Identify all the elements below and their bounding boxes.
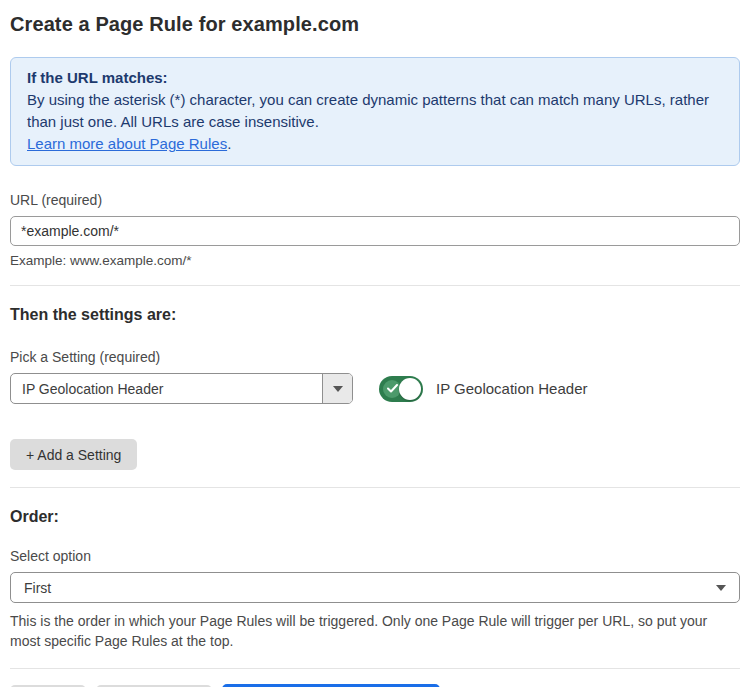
order-select[interactable]: First <box>10 572 740 603</box>
url-example-helper: Example: www.example.com/* <box>10 253 740 268</box>
info-box-link-line: Learn more about Page Rules. <box>27 133 723 155</box>
setting-select-arrow-button[interactable] <box>322 374 352 403</box>
order-select-value: First <box>24 580 51 596</box>
url-field-label: URL (required) <box>10 192 740 208</box>
order-heading: Order: <box>10 508 740 526</box>
info-box-heading: If the URL matches: <box>27 67 723 89</box>
divider <box>10 668 740 669</box>
toggle-knob <box>399 378 421 400</box>
divider <box>10 285 740 286</box>
page-title: Create a Page Rule for example.com <box>10 13 740 36</box>
info-box-body: By using the asterisk (*) character, you… <box>27 89 723 133</box>
order-helper-text: This is the order in which your Page Rul… <box>10 611 740 651</box>
learn-more-link[interactable]: Learn more about Page Rules <box>27 135 227 152</box>
caret-down-icon <box>333 386 343 392</box>
setting-picker-label: Pick a Setting (required) <box>10 349 740 365</box>
ip-geolocation-toggle[interactable] <box>379 376 423 402</box>
url-section: URL (required) Example: www.example.com/… <box>10 192 740 268</box>
toggle-label: IP Geolocation Header <box>436 380 588 397</box>
settings-heading: Then the settings are: <box>10 306 740 324</box>
divider <box>10 487 740 488</box>
setting-row: IP Geolocation Header IP Geolocation Hea… <box>10 373 740 404</box>
setting-select-value: IP Geolocation Header <box>11 374 322 403</box>
caret-down-icon <box>716 585 726 591</box>
add-setting-button[interactable]: + Add a Setting <box>10 439 137 470</box>
setting-select[interactable]: IP Geolocation Header <box>10 373 353 404</box>
url-match-info-box: If the URL matches: By using the asteris… <box>10 57 740 166</box>
link-suffix: . <box>227 135 231 152</box>
url-input[interactable] <box>10 216 740 246</box>
order-select-label: Select option <box>10 548 740 564</box>
